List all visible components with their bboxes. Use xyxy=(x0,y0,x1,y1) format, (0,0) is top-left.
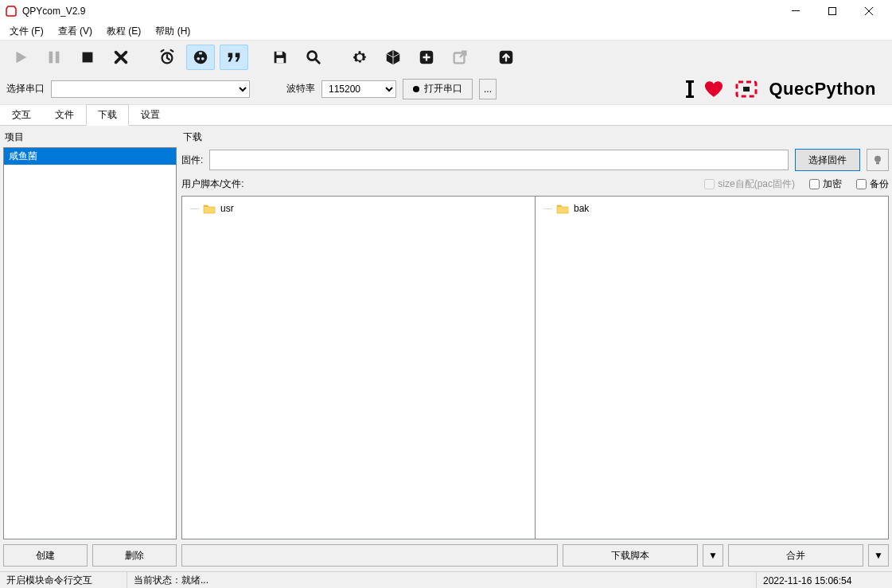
file-trees: ┈┈ usr ┈┈ bak xyxy=(181,196,889,539)
open-port-label: 打开串口 xyxy=(424,82,462,95)
svg-rect-1 xyxy=(829,8,836,15)
tree-left[interactable]: ┈┈ usr xyxy=(182,197,536,539)
clear-icon[interactable] xyxy=(107,45,135,70)
firmware-input[interactable] xyxy=(209,150,789,170)
play-icon[interactable] xyxy=(6,45,35,70)
tab-file[interactable]: 文件 xyxy=(43,104,86,126)
app-icon xyxy=(5,5,18,18)
port-bar: 选择串口 波特率 115200 打开串口 ... QuecPython xyxy=(0,73,892,105)
brand-area: QuecPython xyxy=(684,77,886,101)
search-icon[interactable] xyxy=(299,45,328,70)
upload-icon[interactable] xyxy=(492,45,520,70)
svg-rect-16 xyxy=(686,80,694,83)
download-label: 下载 xyxy=(181,129,889,147)
work-area: 项目 咸鱼菌 创建 删除 下载 固件: 选择固件 用户脚本/文件: size自配… xyxy=(0,126,892,571)
add-icon[interactable] xyxy=(412,45,441,70)
meter-icon[interactable] xyxy=(186,45,215,70)
svg-rect-18 xyxy=(686,95,694,98)
list-item[interactable]: 咸鱼菌 xyxy=(4,148,176,165)
script-label: 用户脚本/文件: xyxy=(181,177,244,191)
firmware-label: 固件: xyxy=(181,154,203,167)
export-icon[interactable] xyxy=(446,45,474,70)
brand-logo-icon xyxy=(732,77,761,101)
svg-rect-9 xyxy=(199,52,202,54)
svg-rect-2 xyxy=(49,51,53,63)
port-select[interactable] xyxy=(51,80,250,98)
tab-settings[interactable]: 设置 xyxy=(129,104,172,126)
stop-icon[interactable] xyxy=(73,45,102,70)
svg-rect-10 xyxy=(276,51,282,55)
status-left: 开启模块命令行交互 xyxy=(0,572,127,588)
heart-icon xyxy=(703,79,724,99)
menu-file[interactable]: 文件 (F) xyxy=(3,23,50,40)
project-panel: 项目 咸鱼菌 创建 删除 xyxy=(3,129,177,571)
delete-button[interactable]: 删除 xyxy=(92,544,177,567)
menu-view[interactable]: 查看 (V) xyxy=(52,23,99,40)
download-script-button[interactable]: 下载脚本 xyxy=(563,544,698,567)
backup-checkbox[interactable]: 备份 xyxy=(856,177,889,191)
tree-node-label: usr xyxy=(220,203,234,214)
baud-select[interactable]: 115200 xyxy=(321,80,396,98)
minimize-button[interactable] xyxy=(777,0,814,22)
create-button[interactable]: 创建 xyxy=(3,544,88,567)
open-port-button[interactable]: 打开串口 xyxy=(403,79,473,99)
menu-tutorial[interactable]: 教程 (E) xyxy=(100,23,147,40)
folder-icon xyxy=(203,203,216,214)
svg-rect-0 xyxy=(792,10,800,11)
size-auto-checkbox: size自配(pac固件) xyxy=(704,177,795,191)
svg-rect-22 xyxy=(876,162,879,165)
tree-connector-icon: ┈┈ xyxy=(190,204,198,213)
project-label: 项目 xyxy=(3,129,177,147)
download-script-dropdown[interactable]: ▼ xyxy=(703,544,723,567)
select-firmware-button[interactable]: 选择固件 xyxy=(795,149,860,171)
status-time: 2022-11-16 15:06:54 xyxy=(757,572,892,588)
svg-rect-4 xyxy=(83,52,93,62)
toolbar xyxy=(0,40,892,73)
baud-label: 波特率 xyxy=(286,82,315,95)
more-button[interactable]: ... xyxy=(479,79,497,99)
quote-icon[interactable] xyxy=(220,45,248,70)
merge-dropdown[interactable]: ▼ xyxy=(868,544,889,567)
project-list[interactable]: 咸鱼菌 xyxy=(3,147,177,539)
save-icon[interactable] xyxy=(266,45,294,70)
alarm-icon[interactable] xyxy=(153,45,181,70)
folder-icon xyxy=(556,203,569,214)
progress-area xyxy=(181,544,558,567)
close-button[interactable] xyxy=(851,0,887,22)
status-bar: 开启模块命令行交互 当前状态：就绪... 2022-11-16 15:06:54 xyxy=(0,571,892,588)
gear-icon[interactable] xyxy=(345,45,374,70)
window-title: QPYcom_V2.9 xyxy=(22,6,777,17)
svg-point-8 xyxy=(201,57,204,60)
svg-point-21 xyxy=(874,156,881,162)
maximize-button[interactable] xyxy=(814,0,851,22)
svg-rect-17 xyxy=(688,83,691,95)
tab-interact[interactable]: 交互 xyxy=(0,104,43,126)
tree-right[interactable]: ┈┈ bak xyxy=(536,197,888,539)
tab-download[interactable]: 下载 xyxy=(86,104,129,126)
title-bar: QPYcom_V2.9 xyxy=(0,0,892,22)
bulb-icon xyxy=(871,154,884,166)
menu-help[interactable]: 帮助 (H) xyxy=(149,23,197,40)
i-icon xyxy=(684,79,695,99)
encrypt-checkbox[interactable]: 加密 xyxy=(809,177,842,191)
tree-node[interactable]: ┈┈ bak xyxy=(540,201,883,216)
download-panel: 下载 固件: 选择固件 用户脚本/文件: size自配(pac固件) 加密 备份 xyxy=(181,129,889,571)
tree-node[interactable]: ┈┈ usr xyxy=(187,201,530,216)
hint-button[interactable] xyxy=(867,149,889,171)
main-tabs: 交互 文件 下载 设置 xyxy=(0,105,892,126)
svg-rect-20 xyxy=(743,87,750,92)
svg-point-7 xyxy=(197,57,200,60)
brand-text: QuecPython xyxy=(769,79,876,99)
status-dot-icon xyxy=(413,86,419,92)
status-mid: 当前状态：就绪... xyxy=(127,572,757,588)
cube-icon[interactable] xyxy=(379,45,407,70)
select-port-label: 选择串口 xyxy=(6,82,45,95)
tree-connector-icon: ┈┈ xyxy=(543,204,551,213)
svg-rect-11 xyxy=(276,57,283,62)
tree-node-label: bak xyxy=(574,203,589,214)
pause-icon[interactable] xyxy=(40,45,68,70)
svg-rect-3 xyxy=(56,51,60,63)
merge-button[interactable]: 合并 xyxy=(728,544,863,567)
menu-bar: 文件 (F) 查看 (V) 教程 (E) 帮助 (H) xyxy=(0,22,892,40)
